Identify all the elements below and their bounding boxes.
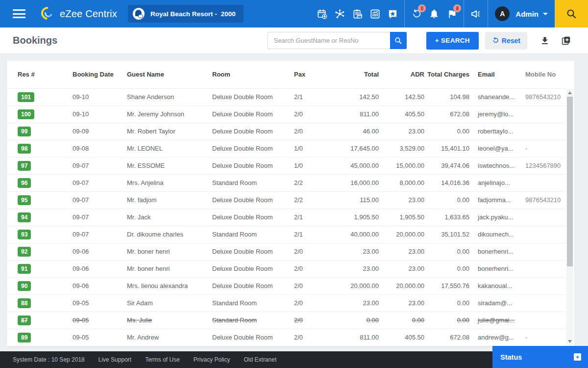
table-row[interactable]: 91 09-06 Mr. boner henri Deluxe Double R… [7, 260, 565, 277]
res-number-badge[interactable]: 95 [18, 195, 31, 205]
res-cell: 93 [7, 226, 63, 243]
booking-date-cell: 09-08 [63, 140, 117, 157]
scrollbar-thumb[interactable] [567, 97, 573, 266]
res-cell: 88 [7, 294, 63, 312]
table-header-row: Res # Booking Date Guest Name Room Pax T… [7, 61, 565, 88]
announcements-megaphone-icon[interactable] [467, 0, 485, 27]
bookings-table: Res # Booking Date Guest Name Room Pax T… [7, 61, 565, 346]
table-row[interactable]: 87 09-05 Ms. Julie Standard Room 2/0 0.0… [7, 312, 565, 329]
booking-date-cell: 09-06 [63, 243, 117, 260]
col-header-pax: Pax [284, 61, 311, 88]
global-search-button[interactable] [555, 0, 588, 27]
table-row[interactable]: 97 09-07 Mr. ESSOME Deluxe Double Room 1… [7, 157, 565, 174]
scroll-down-arrow-icon[interactable] [568, 340, 572, 343]
total-cell: 23.00 [311, 243, 382, 260]
res-number-badge[interactable]: 96 [18, 178, 31, 188]
res-number-badge[interactable]: 92 [18, 247, 31, 257]
total-cell: 142.50 [311, 88, 382, 105]
total-cell: 23.00 [311, 294, 382, 312]
scroll-up-arrow-icon[interactable] [568, 91, 572, 94]
mobile-cell [524, 123, 565, 140]
footer-link-live-support[interactable]: Live Support [98, 356, 131, 363]
adr-cell: 1,905.50 [382, 209, 427, 226]
footer-link-old-extranet[interactable]: Old Extranet [244, 356, 277, 363]
res-number-badge[interactable]: 101 [18, 92, 34, 102]
copy-add-button[interactable] [561, 35, 571, 46]
res-number-badge[interactable]: 97 [18, 161, 31, 171]
table-row[interactable]: 94 09-07 Mr. Jack Deluxe Double Room 2/1… [7, 209, 565, 226]
status-panel[interactable]: Status + [492, 346, 588, 368]
email-cell: siradam@... [472, 294, 524, 312]
pax-cell: 2/1 [284, 88, 311, 105]
status-expand-icon[interactable]: + [574, 353, 581, 361]
activity-history-icon[interactable]: 0 [408, 0, 425, 27]
res-number-badge[interactable]: 90 [18, 281, 31, 291]
res-cell: 95 [7, 191, 63, 209]
res-number-badge[interactable]: 87 [18, 315, 31, 325]
guest-name-cell: Mrs. lienou alexandra [117, 277, 202, 294]
total-charges-cell: 35,101.52 [427, 226, 472, 243]
room-cell: Deluxe Double Room [202, 277, 284, 294]
room-cell: Deluxe Double Room [202, 105, 284, 123]
total-cell: 16,000.00 [311, 174, 382, 191]
flag-badge: 8 [453, 4, 461, 12]
channel-network-icon[interactable] [331, 0, 348, 27]
table-row[interactable]: 88 09-05 Sir Adam Standard Room 2/0 23.0… [7, 294, 565, 312]
res-number-badge[interactable]: 100 [18, 109, 34, 119]
user-menu[interactable]: A Admin [495, 6, 548, 21]
calendar-add-icon[interactable] [313, 0, 331, 27]
res-cell: 97 [7, 157, 63, 174]
total-cell: 40,000.00 [311, 226, 382, 243]
flag-icon[interactable]: 8 [443, 0, 461, 27]
table-row[interactable]: 93 09-07 Dr. dikoume charles Standard Ro… [7, 226, 565, 243]
table-row[interactable]: 99 09-09 Mr. Robert Taylor Deluxe Double… [7, 123, 565, 140]
res-number-badge[interactable]: 93 [18, 230, 31, 239]
table-row[interactable]: 89 09-05 Mr. Andrew Deluxe Double Room 2… [7, 329, 565, 346]
property-selector[interactable]: Royal Beach Resort -2000 [128, 5, 244, 23]
booking-date-cell: 09-09 [63, 123, 117, 140]
res-number-badge[interactable]: 88 [18, 298, 31, 308]
room-cell: Standard Room [202, 226, 284, 243]
col-header-res: Res # [7, 61, 63, 88]
vertical-scrollbar [566, 89, 573, 345]
download-button[interactable] [540, 36, 550, 46]
advanced-search-button[interactable]: + SEARCH [426, 32, 479, 50]
res-number-badge[interactable]: 98 [18, 144, 31, 154]
col-header-adr: ADR [382, 61, 427, 88]
total-cell: 23.00 [311, 260, 382, 277]
notifications-bell-icon[interactable] [425, 0, 443, 27]
footer-link-privacy[interactable]: Privacy Policy [194, 356, 230, 363]
copy-plus-icon [561, 35, 571, 46]
room-cell: Deluxe Double Room [202, 157, 284, 174]
col-header-email: Email [472, 61, 524, 88]
room-cell: Deluxe Double Room [202, 140, 284, 157]
col-header-mobile: Mobile No [524, 61, 565, 88]
footer-link-terms[interactable]: Terms of Use [145, 356, 180, 363]
reset-button[interactable]: Reset [485, 32, 527, 50]
res-cell: 89 [7, 329, 63, 346]
table-row[interactable]: 92 09-06 Mr. boner henri Deluxe Double R… [7, 243, 565, 260]
mobile-cell: - [524, 329, 565, 346]
table-row[interactable]: 100 09-10 Mr. Jeremy Johnson Deluxe Doub… [7, 105, 565, 123]
report-chart-icon[interactable] [366, 0, 384, 27]
divider [464, 0, 464, 27]
review-star-icon[interactable] [384, 0, 401, 27]
table-row[interactable]: 95 09-07 Mr. fadjom Deluxe Double Room 2… [7, 191, 565, 209]
res-number-badge[interactable]: 89 [18, 333, 31, 342]
booking-date-cell: 09-07 [63, 174, 117, 191]
room-cell: Deluxe Double Room [202, 209, 284, 226]
table-row[interactable]: 96 09-07 Mrs. Anjelina Standard Room 2/2… [7, 174, 565, 191]
hamburger-menu-icon[interactable] [13, 9, 25, 18]
clipboard-booking-icon[interactable] [348, 0, 366, 27]
table-row[interactable]: 98 09-08 Mr. LEONEL Deluxe Double Room 1… [7, 140, 565, 157]
res-number-badge[interactable]: 94 [18, 212, 31, 222]
guest-name-cell: Mrs. Anjelina [117, 174, 202, 191]
res-number-badge[interactable]: 99 [18, 127, 31, 136]
table-row[interactable]: 101 09-10 Shane Anderson Deluxe Double R… [7, 88, 565, 105]
res-number-badge[interactable]: 91 [18, 264, 31, 274]
search-go-button[interactable] [390, 32, 407, 49]
search-input[interactable] [268, 32, 390, 49]
table-row[interactable]: 90 09-06 Mrs. lienou alexandra Deluxe Do… [7, 277, 565, 294]
email-cell: bonerhenri... [472, 260, 524, 277]
mobile-cell: 9876543210 [524, 88, 565, 105]
